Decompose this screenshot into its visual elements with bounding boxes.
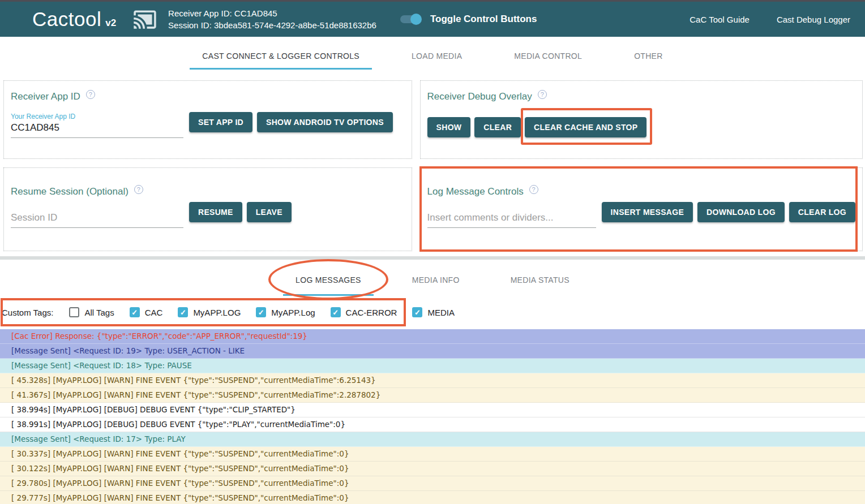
checkbox-icon: ✓ <box>178 307 188 317</box>
tab-media-status[interactable]: MEDIA STATUS <box>498 264 582 296</box>
tag-myapp-log-mixed[interactable]: ✓ MyAPP.Log <box>256 307 315 317</box>
toggle-control-buttons-switch[interactable] <box>400 14 422 25</box>
log-message-controls-panel-body: INSERT MESSAGE DOWNLOAD LOG CLEAR LOG <box>427 202 855 228</box>
help-icon[interactable]: ? <box>529 185 538 194</box>
download-log-button[interactable]: DOWNLOAD LOG <box>697 202 785 222</box>
receiver-app-id-input[interactable] <box>11 122 183 133</box>
receiver-app-id-field-label: Your Receiver App ID <box>11 113 183 120</box>
switch-knob <box>410 14 422 25</box>
log-row: [Message Sent] <Request ID: 17> Type: PL… <box>0 432 865 447</box>
cast-debug-logger-link[interactable]: Cast Debug Logger <box>777 15 850 24</box>
session-info: Receiver App ID: CC1AD845 Session ID: 3b… <box>168 7 376 31</box>
header-links: CaC Tool Guide Cast Debug Logger <box>690 15 850 24</box>
log-row: [Message Sent] <Request ID: 18> Type: PA… <box>0 359 865 373</box>
log-row: [Message Sent] <Request ID: 19> Type: US… <box>0 344 865 359</box>
tag-cac-error[interactable]: ✓ CAC-ERROR <box>331 307 397 317</box>
tag-label: MyAPP.LOG <box>193 308 241 317</box>
show-android-tv-options-button[interactable]: SHOW ANDROID TV OPTIONS <box>257 112 393 132</box>
insert-comment-field <box>427 212 596 228</box>
log-row: [ 29.780s] [MyAPP.LOG] [WARN] FINE EVENT… <box>0 476 865 491</box>
tab-media-info[interactable]: MEDIA INFO <box>400 264 472 296</box>
control-panels: Receiver App ID ? Your Receiver App ID S… <box>3 80 863 251</box>
checkbox-icon: ✓ <box>130 307 140 317</box>
clear-cache-annotation-wrap: CLEAR CACHE AND STOP <box>525 117 650 137</box>
receiver-app-id-panel-body: Your Receiver App ID SET APP ID SHOW AND… <box>11 112 405 138</box>
help-icon[interactable]: ? <box>134 185 143 194</box>
log-row: [ 38.991s] [MyAPP.LOG] [DEBUG] DEBUG EVE… <box>0 417 865 432</box>
panel-title-text: Log Message Controls <box>427 186 524 197</box>
tab-media-control[interactable]: MEDIA CONTROL <box>502 42 594 70</box>
log-row: [ 38.994s] [MyAPP.LOG] [DEBUG] DEBUG EVE… <box>0 403 865 417</box>
tag-all-tags[interactable]: All Tags <box>69 307 114 317</box>
receiver-app-id-panel-title: Receiver App ID ? <box>11 91 405 102</box>
log-row: [ 29.777s] [MyAPP.LOG] [WARN] FINE EVENT… <box>0 491 865 504</box>
log-row: [ 41.367s] [MyAPP.LOG] [WARN] FINE EVENT… <box>0 388 865 403</box>
receiver-debug-overlay-panel-title: Receiver Debug Overlay ? <box>427 91 855 102</box>
tag-label: MEDIA <box>427 308 455 317</box>
panel-title-text: Receiver Debug Overlay <box>427 91 532 102</box>
tag-cac[interactable]: ✓ CAC <box>130 307 163 317</box>
log-row: [ 30.337s] [MyAPP.LOG] [WARN] FINE EVENT… <box>0 447 865 462</box>
resume-session-panel-body: RESUME LEAVE <box>11 202 405 228</box>
resume-session-panel-title: Resume Session (Optional) ? <box>11 186 405 197</box>
receiver-app-id-panel: Receiver App ID ? Your Receiver App ID S… <box>3 80 412 159</box>
tag-label: CAC <box>145 308 163 317</box>
cac-tool-guide-link[interactable]: CaC Tool Guide <box>690 15 750 24</box>
app-title: Cactool <box>32 8 101 31</box>
checkbox-icon: ✓ <box>412 307 422 317</box>
insert-message-button[interactable]: INSERT MESSAGE <box>602 202 693 222</box>
checkbox-icon: ✓ <box>256 307 266 317</box>
leave-button[interactable]: LEAVE <box>247 202 292 222</box>
receiver-debug-overlay-panel: Receiver Debug Overlay ? SHOW CLEAR CLEA… <box>420 80 863 159</box>
log-row: [ 45.328s] [MyAPP.LOG] [WARN] FINE EVENT… <box>0 373 865 388</box>
custom-tags-label: Custom Tags: <box>2 308 53 317</box>
set-app-id-button[interactable]: SET APP ID <box>189 112 252 132</box>
show-overlay-button[interactable]: SHOW <box>427 117 471 137</box>
log-messages-tab-wrap: LOG MESSAGES <box>283 264 374 296</box>
clear-cache-and-stop-button[interactable]: CLEAR CACHE AND STOP <box>525 117 646 137</box>
checkbox-icon <box>69 307 79 317</box>
help-icon[interactable]: ? <box>86 90 95 99</box>
log-tab-bar: LOG MESSAGES MEDIA INFO MEDIA STATUS <box>0 260 865 296</box>
app-version: v2 <box>105 18 116 29</box>
log-row: [ 30.122s] [MyAPP.LOG] [WARN] FINE EVENT… <box>0 462 865 476</box>
clear-log-button[interactable]: CLEAR LOG <box>789 202 855 222</box>
checkbox-icon: ✓ <box>331 307 341 317</box>
session-id-text: Session ID: 3bdea581-574e-4292-a8be-51de… <box>168 19 376 31</box>
panel-title-text: Resume Session (Optional) <box>11 186 129 197</box>
panel-title-text: Receiver App ID <box>11 91 80 102</box>
log-message-list: [Cac Error] Response: {"type":"ERROR","c… <box>0 329 865 504</box>
log-message-controls-panel: Log Message Controls ? INSERT MESSAGE DO… <box>420 167 863 251</box>
log-row: [Cac Error] Response: {"type":"ERROR","c… <box>0 329 865 344</box>
log-message-controls-panel-title: Log Message Controls ? <box>427 186 855 197</box>
main-tab-bar: CAST CONNECT & LOGGER CONTROLS LOAD MEDI… <box>0 42 865 70</box>
resume-session-panel: Resume Session (Optional) ? RESUME LEAVE <box>3 167 412 251</box>
receiver-app-id-field: Your Receiver App ID <box>11 113 183 138</box>
app-brand: Cactool v2 <box>32 8 116 31</box>
tag-media[interactable]: ✓ MEDIA <box>412 307 455 317</box>
session-id-input[interactable] <box>11 212 183 223</box>
insert-comment-input[interactable] <box>427 212 596 223</box>
tag-label: MyAPP.Log <box>271 308 315 317</box>
app-header: Cactool v2 Receiver App ID: CC1AD845 Ses… <box>0 2 865 37</box>
cast-icon[interactable] <box>130 7 160 32</box>
resume-button[interactable]: RESUME <box>189 202 242 222</box>
tab-load-media[interactable]: LOAD MEDIA <box>399 42 474 70</box>
debug-overlay-buttons: SHOW CLEAR CLEAR CACHE AND STOP <box>427 117 855 137</box>
tag-label: CAC-ERROR <box>346 308 397 317</box>
tag-myapp-log-upper[interactable]: ✓ MyAPP.LOG <box>178 307 241 317</box>
clear-overlay-button[interactable]: CLEAR <box>474 117 521 137</box>
session-id-field <box>11 212 183 228</box>
toggle-control-buttons-label: Toggle Control Buttons <box>430 14 537 25</box>
custom-tags-row: Custom Tags: All Tags ✓ CAC ✓ MyAPP.LOG … <box>0 298 865 326</box>
tab-cast-connect-logger-controls[interactable]: CAST CONNECT & LOGGER CONTROLS <box>190 42 372 70</box>
tab-other[interactable]: OTHER <box>622 42 675 70</box>
help-icon[interactable]: ? <box>538 90 547 99</box>
tag-label: All Tags <box>84 308 114 317</box>
tab-log-messages[interactable]: LOG MESSAGES <box>283 264 374 296</box>
receiver-app-id-text: Receiver App ID: CC1AD845 <box>168 7 376 19</box>
